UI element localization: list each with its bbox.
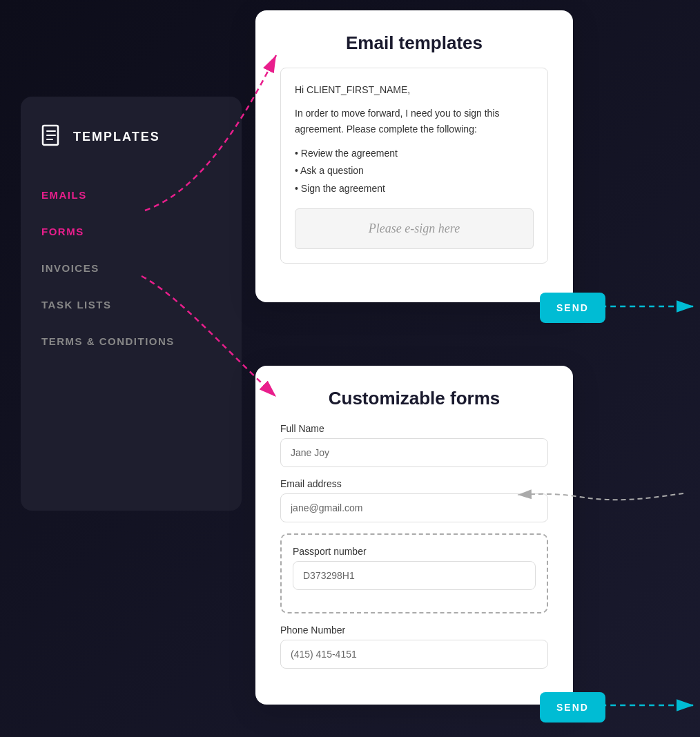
email-bullet-list: Review the agreement Ask a question Sign… bbox=[295, 145, 534, 197]
phone-input[interactable] bbox=[280, 640, 548, 669]
phone-group: Phone Number bbox=[280, 625, 548, 669]
send-email-button[interactable]: SEND bbox=[540, 293, 605, 323]
sidebar-item-forms[interactable]: FORMS bbox=[41, 213, 221, 250]
sidebar-title: TEMPLATES bbox=[73, 130, 160, 144]
bullet-item-1: Review the agreement bbox=[295, 145, 534, 162]
full-name-label: Full Name bbox=[280, 423, 548, 434]
email-address-group: Email address bbox=[280, 478, 548, 522]
full-name-input[interactable] bbox=[280, 438, 548, 467]
forms-card-title: Customizable forms bbox=[280, 388, 548, 409]
bullet-item-3: Sign the agreement bbox=[295, 180, 534, 197]
bullet-item-2: Ask a question bbox=[295, 162, 534, 179]
email-address-input[interactable] bbox=[280, 493, 548, 522]
email-body-text: In order to move forward, I need you to … bbox=[295, 106, 534, 137]
send-forms-button[interactable]: SEND bbox=[540, 692, 605, 723]
sidebar: TEMPLATES EMAILS FORMS INVOICES TASK LIS… bbox=[21, 97, 242, 511]
passport-input[interactable] bbox=[293, 561, 536, 590]
email-body: Hi CLIENT_FIRST_NAME, In order to move f… bbox=[280, 68, 548, 264]
forms-card: Customizable forms Full Name Email addre… bbox=[255, 366, 573, 705]
email-address-label: Email address bbox=[280, 478, 548, 489]
sidebar-header: TEMPLATES bbox=[41, 124, 221, 149]
email-card-title: Email templates bbox=[280, 32, 548, 54]
passport-section: Passport number bbox=[280, 533, 548, 613]
phone-label: Phone Number bbox=[280, 625, 548, 636]
esign-box[interactable]: Please e-sign here bbox=[295, 208, 534, 249]
sidebar-item-emails[interactable]: EMAILS bbox=[41, 177, 221, 213]
sidebar-item-task-lists[interactable]: TASK LISTS bbox=[41, 286, 221, 323]
sidebar-item-invoices[interactable]: INVOICES bbox=[41, 250, 221, 286]
email-greeting: Hi CLIENT_FIRST_NAME, bbox=[295, 82, 534, 97]
passport-label: Passport number bbox=[293, 546, 536, 557]
email-card: Email templates Hi CLIENT_FIRST_NAME, In… bbox=[255, 10, 573, 302]
passport-group: Passport number bbox=[293, 546, 536, 590]
templates-icon bbox=[41, 124, 64, 149]
full-name-group: Full Name bbox=[280, 423, 548, 467]
sidebar-item-terms[interactable]: TERMS & CONDITIONS bbox=[41, 323, 221, 360]
